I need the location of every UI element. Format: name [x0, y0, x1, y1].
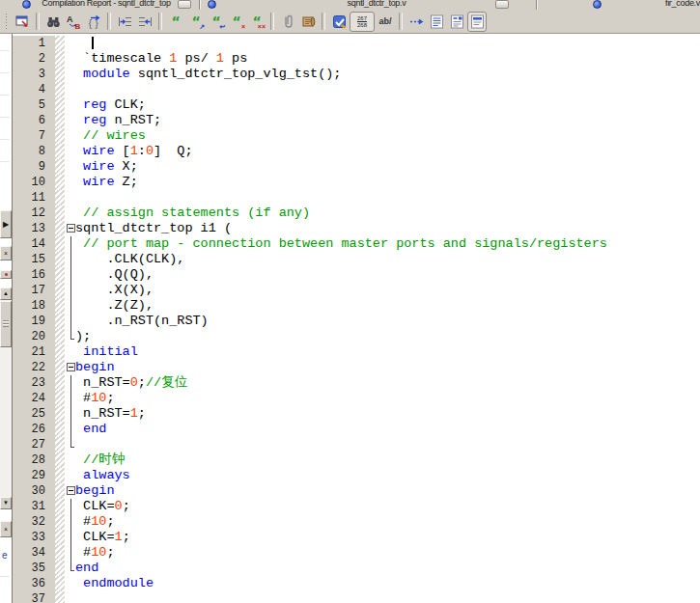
indent-button[interactable] [115, 12, 134, 32]
code-line: 3 module sqntl_dtctr_top_vlg_tst(); [13, 67, 700, 82]
code-token: ; [106, 545, 114, 560]
previous-bookmark-button[interactable]: “ ↩ [207, 12, 226, 32]
close-panel-button[interactable]: × [0, 246, 12, 260]
code-token: .Q(Q), [75, 267, 154, 282]
code-text[interactable]: #10; [65, 391, 700, 406]
code-token [75, 468, 83, 482]
clear-all-bookmarks-button[interactable]: “ ×× [247, 12, 266, 32]
code-text[interactable]: `timescale 1 ps/ 1 ps [65, 51, 700, 67]
code-text[interactable]: reg CLK; [65, 97, 700, 113]
code-token: wire [83, 175, 114, 189]
code-text[interactable]: // wires [65, 128, 700, 144]
check-syntax-button[interactable] [329, 12, 349, 32]
code-text[interactable]: // port map - connection between master … [65, 236, 700, 252]
code-token: // port map - connection between master … [75, 236, 607, 251]
code-text[interactable]: // assign statements (if any) [65, 206, 700, 221]
code-text[interactable]: n_RST=1; [65, 406, 700, 422]
code-text[interactable]: begin [65, 483, 700, 499]
fold-toggle-icon[interactable] [67, 360, 75, 375]
toggle-bookmark-button[interactable]: “ [166, 12, 185, 32]
expand-panel-button[interactable]: ▶ [0, 210, 12, 238]
code-text[interactable]: ); [65, 329, 700, 344]
panel-grip-dot[interactable] [0, 270, 12, 279]
code-text[interactable]: //时钟 [65, 452, 700, 468]
code-text[interactable]: .Z(Z), [65, 298, 700, 314]
code-token [75, 159, 83, 174]
tab-compilation-report[interactable]: Compilation Report - sqntl_dtctr_top [37, 0, 176, 10]
code-line: 29 always [13, 468, 700, 483]
code-text[interactable]: CLK=0; [65, 499, 700, 514]
toolbar-grip[interactable] [4, 13, 9, 30]
next-bookmark-button[interactable]: “ ↗ [186, 12, 206, 32]
panel-scrollbar-thumb[interactable] [0, 301, 12, 347]
code-text[interactable] [65, 437, 700, 452]
code-line: 32 #10; [13, 514, 700, 530]
code-text[interactable]: begin [65, 360, 700, 375]
line-number-toggle-button[interactable]: 267 268 [350, 12, 375, 32]
panel-scrollbar-up-button[interactable]: ▲ [0, 288, 12, 300]
panel-scrollbar-down-button[interactable]: ▼ [0, 497, 12, 509]
toolbar-separator [158, 13, 162, 30]
tab-separator [199, 0, 200, 10]
code-editor[interactable]: 12 `timescale 1 ps/ 1 ps3 module sqntl_d… [13, 34, 700, 603]
fold-margin [55, 468, 65, 483]
replace-button[interactable]: A B [64, 12, 83, 32]
fold-gutter [67, 236, 75, 252]
code-text[interactable] [65, 190, 700, 206]
ab-slash-button[interactable]: ab/ [376, 12, 395, 32]
line-number: 24 [13, 391, 55, 406]
code-text[interactable] [65, 82, 700, 97]
view-report-panel-button[interactable] [467, 12, 487, 32]
code-text[interactable]: #10; [65, 514, 700, 530]
code-token: reg [83, 113, 106, 127]
code-text[interactable] [65, 36, 700, 51]
line-number: 27 [13, 437, 55, 452]
tab-close-button[interactable]: × [178, 0, 191, 9]
code-text[interactable]: wire X; [65, 159, 700, 175]
code-text[interactable]: module sqntl_dtctr_top_vlg_tst(); [65, 67, 700, 82]
code-text[interactable]: always [65, 468, 700, 483]
code-token [75, 144, 83, 158]
tab-fir-code-v[interactable]: fir_code.v [647, 0, 700, 10]
code-text[interactable]: end [65, 422, 700, 437]
code-text[interactable]: endmodule [65, 576, 700, 591]
code-token: .X(X), [75, 283, 154, 297]
view-list-button[interactable] [427, 12, 446, 32]
attach-file-button[interactable] [278, 12, 297, 32]
close-icon: × [1, 247, 11, 260]
code-text[interactable]: #10; [65, 545, 700, 561]
code-text[interactable]: wire [1:0] Q; [65, 144, 700, 159]
goto-button[interactable]: { } [84, 12, 103, 32]
unindent-button[interactable] [135, 12, 154, 32]
code-token: 1 [130, 406, 138, 421]
code-text[interactable]: CLK=1; [65, 530, 700, 545]
fold-toggle-icon[interactable] [67, 221, 75, 236]
code-text[interactable]: reg n_RST; [65, 113, 700, 128]
code-text[interactable]: .Q(Q), [65, 267, 700, 283]
code-text[interactable]: n_RST=0;//复位 [65, 375, 700, 391]
clear-bookmark-button[interactable]: “ × [227, 12, 246, 32]
code-text[interactable]: .CLK(CLK), [65, 252, 700, 267]
code-text[interactable]: end [65, 561, 700, 576]
find-button[interactable] [43, 12, 63, 32]
fold-toggle-icon[interactable] [67, 483, 75, 499]
code-token: // wires [75, 128, 146, 143]
open-report-window-button[interactable] [13, 12, 32, 32]
fold-gutter [67, 283, 75, 298]
code-text[interactable]: wire Z; [65, 175, 700, 190]
code-line: 12 // assign statements (if any) [13, 206, 700, 221]
code-token: ; [106, 391, 114, 405]
code-text[interactable]: .n_RST(n_RST) [65, 314, 700, 329]
code-text[interactable]: initial [65, 344, 700, 360]
code-text[interactable]: .X(X), [65, 283, 700, 298]
code-text[interactable]: sqntl_dtctr_top i1 ( [65, 221, 700, 236]
macro-button[interactable] [298, 12, 318, 32]
close-panel2-button[interactable]: × [0, 521, 12, 537]
tab-close-button[interactable]: × [495, 0, 509, 9]
code-text[interactable] [65, 591, 700, 603]
dashed-arrow-icon [408, 14, 425, 30]
goto-next-section-button[interactable] [406, 12, 426, 32]
tab-sqntl-dtctr-top-v[interactable]: sqntl_dtctr_top.v [222, 0, 531, 10]
view-toc-button[interactable] [447, 12, 466, 32]
fold-margin [55, 82, 65, 97]
